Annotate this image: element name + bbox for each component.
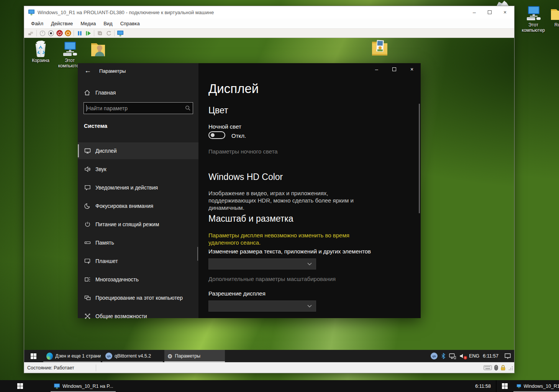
sidebar-item-focus-assist[interactable]: Фокусировка внимания	[78, 198, 198, 214]
mouse-icon	[494, 365, 498, 371]
language-indicator[interactable]: ENG	[469, 353, 479, 359]
sidebar-item-label: Планшет	[95, 258, 118, 264]
content-scrollbar[interactable]	[419, 104, 420, 213]
resolution-dropdown[interactable]	[208, 301, 316, 312]
hyperv-statusbar: Состояние: Работает	[24, 362, 514, 373]
sidebar-item-notifications[interactable]: Уведомления и действия	[78, 179, 198, 196]
sidebar-item-sound[interactable]: Звук	[78, 161, 198, 178]
ctrl-alt-del-button[interactable]	[26, 29, 35, 37]
vm-desktop-icon-recycle-bin[interactable]: Корзина	[28, 40, 53, 63]
search-icon	[185, 105, 190, 111]
toggle-knob	[211, 133, 215, 137]
network-icon[interactable]	[449, 353, 456, 359]
enhanced-session-button[interactable]	[116, 29, 125, 37]
settings-window-title: Параметры	[99, 68, 126, 74]
night-light-label: Ночной свет	[208, 123, 241, 130]
back-button[interactable]: ←	[82, 65, 93, 75]
sidebar-item-multitasking[interactable]: Многозадачность	[78, 271, 198, 288]
taskbar-task-label: Windows_10_R1 на P.	[524, 384, 559, 389]
sidebar-item-power-sleep[interactable]: Питание и спящий режим	[78, 216, 198, 233]
menu-file[interactable]: Файл	[27, 19, 47, 28]
close-button[interactable]: ×	[403, 63, 421, 75]
host-desktop-icon-this-pc[interactable]: Этот компьютер	[521, 5, 546, 33]
host-desktop-icon-ron-folder[interactable]: Ron	[547, 6, 559, 28]
scale-dropdown-label: Изменение размера текста, приложений и д…	[208, 248, 371, 255]
pictures-folder-icon	[370, 39, 390, 56]
sidebar-item-display[interactable]: Дисплей	[78, 142, 198, 159]
folder-icon	[549, 6, 559, 21]
resume-vm-button[interactable]	[84, 29, 92, 37]
advanced-scaling-link[interactable]: Дополнительные параметры масштабирования	[208, 276, 336, 282]
recycle-bin-icon	[32, 40, 49, 57]
maximize-button[interactable]	[385, 63, 403, 75]
shut-down-vm-button[interactable]	[64, 29, 72, 37]
search-box	[84, 102, 193, 114]
sidebar-item-home[interactable]: Главная	[78, 86, 198, 99]
task-underline	[102, 361, 163, 362]
stop-vm-button[interactable]	[47, 29, 55, 37]
revert-button[interactable]	[104, 29, 113, 37]
resize-grip[interactable]	[508, 366, 513, 370]
search-input[interactable]	[84, 102, 193, 114]
sidebar-item-label: Уведомления и действия	[95, 185, 158, 191]
sidebar-scrollbar[interactable]	[197, 247, 198, 261]
vm-close-button[interactable]: ×	[497, 7, 513, 18]
sidebar-item-projecting[interactable]: Проецирование на этот компьютер	[78, 289, 198, 306]
start-vm-button[interactable]	[38, 29, 47, 37]
sidebar-item-tablet[interactable]: Планшет	[78, 253, 198, 270]
task-underline	[164, 361, 225, 362]
menu-view[interactable]: Вид	[100, 19, 116, 28]
host-start-button[interactable]	[9, 380, 31, 392]
taskbar-task-qbittorrent[interactable]: qb qBittorrent v4.5.2	[102, 350, 163, 362]
vm-desktop-icon-user-folder[interactable]	[85, 41, 109, 58]
sidebar-section-system: Система	[84, 123, 107, 129]
menu-action[interactable]: Действие	[47, 19, 77, 28]
taskbar-task-label: qBittorrent v4.5.2	[115, 353, 151, 359]
sidebar-item-label: Память	[95, 240, 114, 246]
host-taskbar-task-vmconnect[interactable]: Windows_10_R1 на P...	[51, 380, 116, 392]
screen: Этот компьютер Ron Windows_10_R1 на PROL…	[0, 0, 559, 392]
vm-toolbar	[24, 28, 514, 38]
vm-taskbar: Дзен и еще 1 страни... qb qBittorrent v4…	[24, 350, 514, 362]
menu-help[interactable]: Справка	[116, 19, 144, 28]
text-caret	[86, 105, 87, 111]
edge-icon	[46, 353, 53, 360]
taskbar-task-settings[interactable]: ⚙ Параметры	[164, 350, 225, 362]
host-start-button-2[interactable]	[497, 380, 513, 392]
vm-start-button[interactable]	[24, 350, 43, 362]
vm-connection-window: Windows_10_R1 на PROLIANT-DL380 - подклю…	[24, 6, 515, 373]
volume-muted-icon[interactable]: ×	[459, 353, 466, 359]
color-heading: Цвет	[208, 105, 228, 116]
vm-clock[interactable]: 6:11:57	[483, 353, 498, 359]
moon-icon	[84, 203, 91, 209]
checkpoint-button[interactable]	[96, 29, 104, 37]
vm-screen: Корзина Этот компьютер	[24, 38, 514, 362]
vm-menubar: Файл Действие Медиа Вид Справка	[24, 18, 514, 28]
vm-minimize-button[interactable]: –	[467, 7, 482, 18]
qbittorrent-tray-icon[interactable]: qb	[431, 353, 438, 359]
host-clock[interactable]: 6:11:58	[475, 380, 491, 392]
hyperv-vm-icon	[54, 383, 60, 389]
display-icon	[84, 148, 91, 154]
scale-dropdown[interactable]	[208, 258, 316, 270]
vm-titlebar[interactable]: Windows_10_R1 на PROLIANT-DL380 - подклю…	[24, 6, 514, 18]
user-folder-icon	[88, 41, 107, 58]
night-light-toggle[interactable]	[208, 131, 225, 139]
sidebar-item-shared-experiences[interactable]: Общие возможности	[78, 308, 198, 325]
vm-desktop-icon-pictures-folder[interactable]	[367, 39, 392, 56]
pause-vm-button[interactable]	[75, 29, 84, 37]
action-center-icon[interactable]	[504, 353, 511, 359]
menu-media[interactable]: Медиа	[77, 19, 100, 28]
vm-maximize-button[interactable]	[482, 7, 497, 18]
bluetooth-icon[interactable]	[441, 353, 446, 359]
sidebar-item-label: Дисплей	[95, 148, 117, 154]
minimize-button[interactable]: –	[368, 63, 385, 75]
night-light-settings-link[interactable]: Параметры ночного света	[208, 148, 278, 155]
taskbar-task-edge[interactable]: Дзен и еще 1 страни...	[43, 350, 101, 362]
sidebar-item-label: Главная	[95, 90, 116, 96]
tablet-icon	[84, 258, 91, 264]
host-taskbar-task-vmconnect-2[interactable]: Windows_10_R1 на P.	[513, 380, 559, 392]
sidebar-item-storage[interactable]: Память	[78, 234, 198, 251]
page-title: Дисплей	[208, 82, 259, 96]
turn-off-vm-button[interactable]	[55, 29, 64, 37]
